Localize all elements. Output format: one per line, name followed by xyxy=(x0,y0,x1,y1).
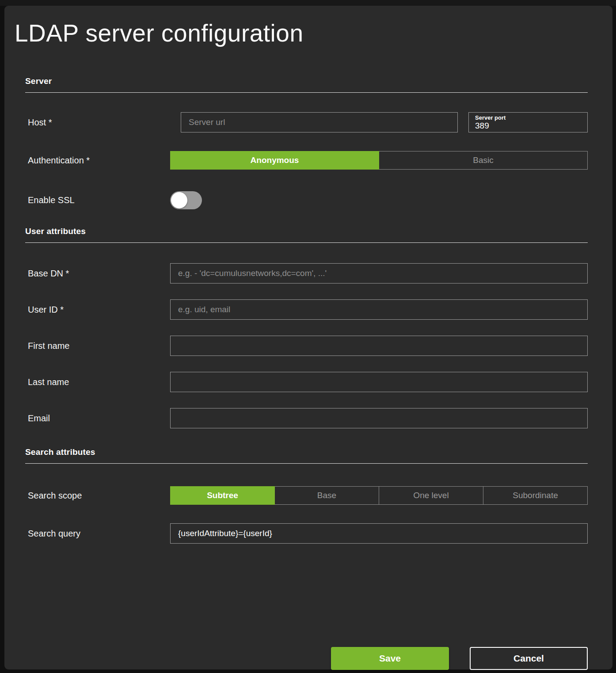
server-port-field[interactable]: Server port 389 xyxy=(468,112,588,132)
host-input[interactable] xyxy=(181,112,458,132)
enable-ssl-row: Enable SSL xyxy=(25,191,588,209)
server-section-heading: Server xyxy=(25,76,588,86)
host-row: Host * Server port 389 xyxy=(25,112,588,132)
authentication-control: Anonymous Basic xyxy=(170,151,588,170)
search-query-row: Search query xyxy=(25,523,588,544)
email-row: Email xyxy=(25,408,588,428)
ldap-config-dialog: LDAP server configuration Server Host * … xyxy=(4,6,612,669)
authentication-label: Authentication * xyxy=(25,155,170,166)
page-backdrop: LDAP server configuration Server Host * … xyxy=(0,0,616,673)
first-name-row: First name xyxy=(25,336,588,356)
scope-option-subordinate[interactable]: Subordinate xyxy=(483,486,588,505)
dialog-content: Server Host * Server port 389 Authentica… xyxy=(4,76,612,670)
enable-ssl-control xyxy=(170,191,588,209)
auth-option-anonymous[interactable]: Anonymous xyxy=(170,151,379,170)
toggle-knob xyxy=(171,192,187,208)
search-scope-label: Search scope xyxy=(25,491,170,501)
first-name-input[interactable] xyxy=(170,336,588,356)
last-name-input[interactable] xyxy=(170,372,588,392)
search-attributes-heading: Search attributes xyxy=(25,447,588,457)
email-label: Email xyxy=(25,413,170,423)
scope-option-subtree[interactable]: Subtree xyxy=(170,486,275,505)
dialog-footer: Save Cancel xyxy=(25,647,588,670)
scope-option-base[interactable]: Base xyxy=(274,486,379,505)
save-button[interactable]: Save xyxy=(331,647,449,670)
base-dn-row: Base DN * xyxy=(25,263,588,284)
host-label: Host * xyxy=(25,117,170,128)
section-divider xyxy=(25,242,588,243)
section-server: Server xyxy=(25,76,588,93)
last-name-row: Last name xyxy=(25,372,588,392)
authentication-row: Authentication * Anonymous Basic xyxy=(25,151,588,170)
search-scope-row: Search scope Subtree Base One level Subo… xyxy=(25,486,588,505)
section-search-attributes: Search attributes xyxy=(25,447,588,464)
email-input[interactable] xyxy=(170,408,588,428)
cancel-button[interactable]: Cancel xyxy=(470,647,588,670)
enable-ssl-label: Enable SSL xyxy=(25,195,170,205)
user-id-input[interactable] xyxy=(170,299,588,320)
section-user-attributes: User attributes xyxy=(25,227,588,243)
base-dn-label: Base DN * xyxy=(25,268,170,279)
user-id-row: User ID * xyxy=(25,299,588,320)
backdrop-top-strip xyxy=(0,0,616,6)
auth-option-basic[interactable]: Basic xyxy=(379,151,588,170)
server-port-label: Server port xyxy=(475,115,587,121)
server-port-value: 389 xyxy=(475,121,587,131)
host-control xyxy=(181,112,458,132)
scope-option-one-level[interactable]: One level xyxy=(379,486,483,505)
user-attributes-heading: User attributes xyxy=(25,227,588,236)
section-divider xyxy=(25,463,588,464)
base-dn-input[interactable] xyxy=(170,263,588,284)
ssl-toggle-switch[interactable] xyxy=(170,191,202,209)
search-query-input[interactable] xyxy=(170,523,588,544)
dialog-title: LDAP server configuration xyxy=(15,19,612,47)
authentication-segmented-control: Anonymous Basic xyxy=(170,151,588,170)
search-query-label: Search query xyxy=(25,529,170,539)
search-scope-segmented-control: Subtree Base One level Subordinate xyxy=(170,486,588,505)
section-divider xyxy=(25,92,588,93)
last-name-label: Last name xyxy=(25,377,170,387)
user-id-label: User ID * xyxy=(25,305,170,315)
first-name-label: First name xyxy=(25,341,170,351)
